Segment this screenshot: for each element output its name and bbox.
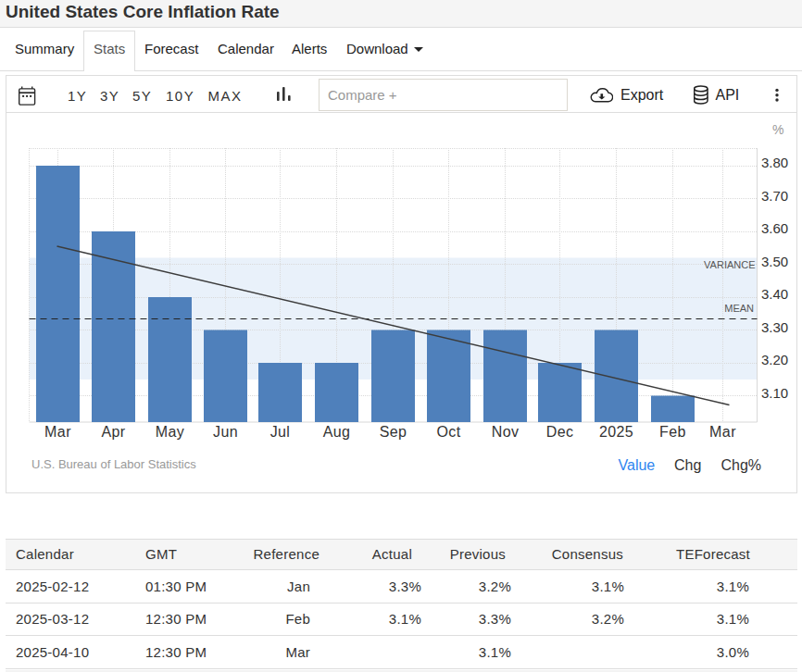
svg-text:May: May bbox=[156, 424, 184, 440]
svg-text:Mar: Mar bbox=[44, 424, 71, 440]
svg-text:Nov: Nov bbox=[492, 424, 520, 440]
svg-text:Mar: Mar bbox=[709, 424, 736, 440]
svg-text:Chg: Chg bbox=[674, 457, 701, 473]
svg-text:Sep: Sep bbox=[380, 424, 407, 440]
svg-text:U.S. Bureau of Labor Statistic: U.S. Bureau of Labor Statistics bbox=[31, 457, 196, 471]
svg-text:Jun: Jun bbox=[213, 424, 238, 440]
svg-text:VARIANCE: VARIANCE bbox=[704, 259, 755, 270]
svg-text:Aug: Aug bbox=[323, 424, 351, 440]
svg-text:Jul: Jul bbox=[270, 424, 291, 440]
svg-text:Feb: Feb bbox=[659, 424, 686, 440]
svg-text:MEAN: MEAN bbox=[724, 303, 754, 314]
svg-text:Oct: Oct bbox=[436, 424, 460, 440]
svg-text:Value: Value bbox=[619, 457, 656, 473]
svg-text:Dec: Dec bbox=[546, 424, 574, 440]
svg-text:Chg%: Chg% bbox=[721, 457, 762, 473]
svg-text:Apr: Apr bbox=[101, 424, 125, 440]
svg-text:%: % bbox=[772, 122, 783, 137]
svg-text:2025: 2025 bbox=[599, 424, 633, 440]
